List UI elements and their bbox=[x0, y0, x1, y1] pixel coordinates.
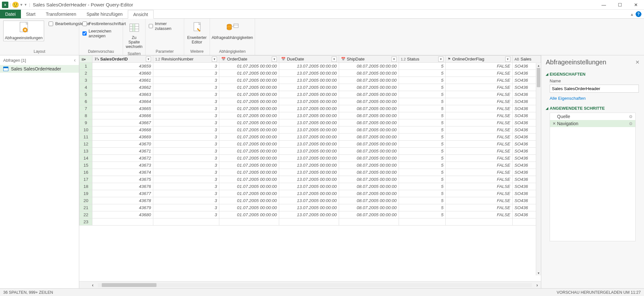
scroll-down-icon[interactable]: ▾ bbox=[538, 271, 539, 275]
cell-shipdate[interactable]: 08.07.2005 00:00:00 bbox=[339, 77, 399, 84]
cell-orderdate[interactable]: 01.07.2005 00:00:00 bbox=[219, 204, 279, 211]
cell-status[interactable]: 5 bbox=[399, 141, 446, 148]
cell-duedate[interactable]: 13.07.2005 00:00:00 bbox=[279, 126, 339, 134]
cell-onlineorderflag[interactable]: FALSE bbox=[446, 148, 512, 155]
cell-salesorderid[interactable]: 43673 bbox=[92, 162, 153, 169]
cell-salesorderid[interactable]: 43674 bbox=[92, 169, 153, 176]
scroll-thumb[interactable] bbox=[102, 283, 156, 287]
cell-duedate[interactable]: 13.07.2005 00:00:00 bbox=[279, 98, 339, 105]
applied-steps-header[interactable]: ◢ANGEWENDETE SCHRITTE bbox=[546, 106, 639, 111]
tab-add-column[interactable]: Spalte hinzufügen bbox=[81, 10, 128, 18]
cell-duedate[interactable]: 13.07.2005 00:00:00 bbox=[279, 134, 339, 141]
help-icon[interactable]: ? bbox=[636, 11, 641, 17]
cell-salesorderid[interactable]: 43669 bbox=[92, 134, 153, 141]
query-dependencies-button[interactable]: Abfrageabhängigkeiten bbox=[210, 21, 254, 41]
filter-dropdown-icon[interactable]: ▼ bbox=[212, 57, 217, 62]
cell-revision[interactable]: 3 bbox=[153, 70, 219, 77]
cell-shipdate[interactable]: 08.07.2005 00:00:00 bbox=[339, 84, 399, 91]
qat-overflow-icon[interactable]: ▼ bbox=[24, 3, 27, 6]
query-settings-button[interactable]: Abfrageeinstellungen bbox=[3, 21, 44, 41]
maximize-button[interactable]: ☐ bbox=[612, 0, 628, 10]
cell-status[interactable]: 5 bbox=[399, 126, 446, 134]
cell-shipdate[interactable]: 08.07.2005 00:00:00 bbox=[339, 134, 399, 141]
cell-shipdate[interactable]: 08.07.2005 00:00:00 bbox=[339, 141, 399, 148]
cell-shipdate[interactable]: 08.07.2005 00:00:00 bbox=[339, 197, 399, 204]
cell-revision[interactable]: 3 bbox=[153, 141, 219, 148]
cell-status[interactable]: 5 bbox=[399, 77, 446, 84]
table-corner[interactable]: ⊞▾ bbox=[80, 56, 92, 63]
gear-icon[interactable]: ⚙ bbox=[629, 121, 633, 126]
cell-shipdate[interactable]: 08.07.2005 00:00:00 bbox=[339, 162, 399, 169]
cell-orderdate[interactable]: 01.07.2005 00:00:00 bbox=[219, 169, 279, 176]
cell-salesorderid[interactable]: 43675 bbox=[92, 176, 153, 183]
cell-shipdate[interactable]: 08.07.2005 00:00:00 bbox=[339, 63, 399, 70]
table-row[interactable]: 2143679301.07.2005 00:00:0013.07.2005 00… bbox=[80, 204, 541, 211]
cell-revision[interactable]: 3 bbox=[153, 176, 219, 183]
cell-salesorderid[interactable]: 43672 bbox=[92, 155, 153, 162]
go-to-column-button[interactable]: Zu Spalte wechseln bbox=[124, 21, 144, 50]
cell-duedate[interactable]: 13.07.2005 00:00:00 bbox=[279, 63, 339, 70]
cell-duedate[interactable]: 13.07.2005 00:00:00 bbox=[279, 169, 339, 176]
always-allow-checkbox[interactable]: Immer zulassen bbox=[149, 21, 181, 31]
cell-onlineorderflag[interactable]: FALSE bbox=[446, 141, 512, 148]
applied-step-source[interactable]: Quelle ⚙ bbox=[550, 113, 635, 120]
cell-revision[interactable]: 3 bbox=[153, 112, 219, 119]
row-number[interactable]: 6 bbox=[80, 98, 92, 105]
table-row[interactable]: 843666301.07.2005 00:00:0013.07.2005 00:… bbox=[80, 112, 541, 119]
cell-shipdate[interactable]: 08.07.2005 00:00:00 bbox=[339, 169, 399, 176]
monospace-checkbox[interactable]: Festbreitenschriftart bbox=[82, 21, 126, 26]
query-item[interactable]: Sales SalesOrderHeader bbox=[0, 65, 79, 73]
tab-start[interactable]: Start bbox=[21, 10, 41, 18]
cell-shipdate[interactable]: 08.07.2005 00:00:00 bbox=[339, 112, 399, 119]
cell-orderdate[interactable]: 01.07.2005 00:00:00 bbox=[219, 141, 279, 148]
cell-onlineorderflag[interactable] bbox=[446, 218, 512, 226]
cell-revision[interactable]: 3 bbox=[153, 211, 219, 218]
cell-status[interactable]: 5 bbox=[399, 169, 446, 176]
cell-shipdate[interactable]: 08.07.2005 00:00:00 bbox=[339, 70, 399, 77]
cell-salesorderid[interactable]: 43678 bbox=[92, 197, 153, 204]
cell-orderdate[interactable]: 01.07.2005 00:00:00 bbox=[219, 211, 279, 218]
cell-orderdate[interactable]: 01.07.2005 00:00:00 bbox=[219, 63, 279, 70]
table-row[interactable]: 543663301.07.2005 00:00:0013.07.2005 00:… bbox=[80, 91, 541, 98]
cell-revision[interactable]: 3 bbox=[153, 169, 219, 176]
cell-duedate[interactable]: 13.07.2005 00:00:00 bbox=[279, 84, 339, 91]
cell-revision[interactable] bbox=[153, 218, 219, 226]
cell-onlineorderflag[interactable]: FALSE bbox=[446, 197, 512, 204]
cell-revision[interactable]: 3 bbox=[153, 183, 219, 190]
cell-status[interactable]: 5 bbox=[399, 148, 446, 155]
query-name-input[interactable] bbox=[550, 85, 639, 93]
cell-orderdate[interactable]: 01.07.2005 00:00:00 bbox=[219, 70, 279, 77]
cell-revision[interactable]: 3 bbox=[153, 134, 219, 141]
table-row[interactable]: 1043668301.07.2005 00:00:0013.07.2005 00… bbox=[80, 126, 541, 134]
smiley-icon[interactable]: 🙂 bbox=[12, 1, 19, 8]
delete-step-icon[interactable]: ✕ bbox=[553, 121, 557, 126]
cell-onlineorderflag[interactable]: FALSE bbox=[446, 105, 512, 112]
cell-revision[interactable]: 3 bbox=[153, 84, 219, 91]
cell-orderdate[interactable]: 01.07.2005 00:00:00 bbox=[219, 155, 279, 162]
horizontal-scrollbar[interactable]: ‹ › bbox=[79, 281, 541, 288]
cell-salesorderid[interactable]: 43667 bbox=[92, 119, 153, 126]
cell-orderdate[interactable]: 01.07.2005 00:00:00 bbox=[219, 105, 279, 112]
table-row[interactable]: 343661301.07.2005 00:00:0013.07.2005 00:… bbox=[80, 77, 541, 84]
row-number[interactable]: 17 bbox=[80, 176, 92, 183]
table-row[interactable]: 443662301.07.2005 00:00:0013.07.2005 00:… bbox=[80, 84, 541, 91]
cell-shipdate[interactable]: 08.07.2005 00:00:00 bbox=[339, 148, 399, 155]
cell-onlineorderflag[interactable]: FALSE bbox=[446, 155, 512, 162]
column-header-duedate[interactable]: 📅DueDate▼ bbox=[279, 56, 339, 63]
minimize-button[interactable]: — bbox=[596, 0, 612, 10]
cell-status[interactable]: 5 bbox=[399, 183, 446, 190]
cell-onlineorderflag[interactable]: FALSE bbox=[446, 204, 512, 211]
cell-onlineorderflag[interactable]: FALSE bbox=[446, 119, 512, 126]
cell-onlineorderflag[interactable]: FALSE bbox=[446, 84, 512, 91]
cell-shipdate[interactable]: 08.07.2005 00:00:00 bbox=[339, 176, 399, 183]
row-number[interactable]: 16 bbox=[80, 169, 92, 176]
table-row[interactable]: 2043678301.07.2005 00:00:0013.07.2005 00… bbox=[80, 197, 541, 204]
table-row[interactable]: 643664301.07.2005 00:00:0013.07.2005 00:… bbox=[80, 98, 541, 105]
cell-orderdate[interactable]: 01.07.2005 00:00:00 bbox=[219, 112, 279, 119]
filter-dropdown-icon[interactable]: ▼ bbox=[146, 57, 151, 62]
cell-revision[interactable]: 3 bbox=[153, 126, 219, 134]
cell-onlineorderflag[interactable]: FALSE bbox=[446, 176, 512, 183]
cell-status[interactable]: 5 bbox=[399, 119, 446, 126]
column-header-revision[interactable]: 1.2RevisionNumber▼ bbox=[153, 56, 219, 63]
cell-salesorderid[interactable]: 43670 bbox=[92, 141, 153, 148]
